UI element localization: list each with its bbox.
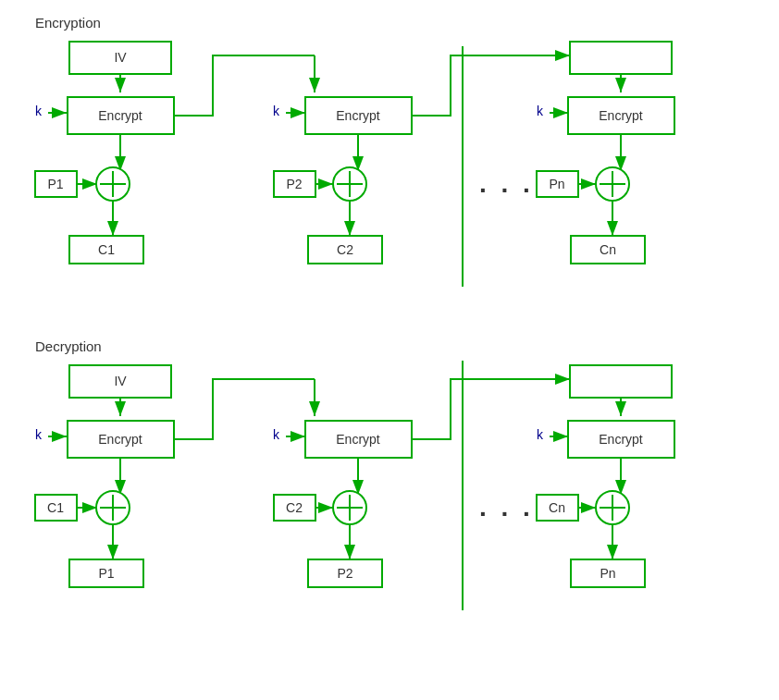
dots-dec: · · · (479, 499, 534, 528)
k-label-dec-n: k (537, 427, 544, 442)
iv-text-dec-1: IV (114, 374, 127, 388)
feedback-line-enc-2 (412, 55, 463, 116)
cn-text-enc: Cn (600, 242, 616, 257)
encrypt-text-dec-n: Encrypt (599, 432, 643, 447)
k-label-enc-1: k (35, 104, 43, 118)
k-label-dec-2: k (273, 427, 280, 442)
encrypt-text-dec-1: Encrypt (98, 432, 142, 447)
encrypt-text-1: Encrypt (98, 108, 142, 123)
p1-text-dec: P1 (98, 566, 114, 581)
k-label-enc-n: k (537, 104, 544, 118)
feedback-line-dec-1 (174, 379, 315, 439)
k-label-enc-2: k (273, 104, 280, 118)
p1-text-enc: P1 (47, 177, 63, 191)
encrypt-text-2: Encrypt (336, 108, 380, 123)
c2-text-enc: C2 (337, 242, 353, 257)
feedback-line-enc-1 (174, 55, 315, 116)
pn-text-dec: Pn (600, 566, 615, 581)
prev-out-box-enc (570, 42, 672, 74)
p2-text-dec: P2 (337, 566, 352, 581)
encrypt-text-n: Encrypt (599, 108, 643, 123)
feedback-line-dec-2 (412, 379, 463, 439)
encrypt-text-dec-2: Encrypt (336, 432, 380, 447)
c1-text-dec: C1 (47, 500, 64, 515)
dots-enc: · · · (479, 176, 534, 204)
cn-text-dec: Cn (549, 500, 565, 515)
pn-text-enc: Pn (549, 177, 564, 191)
p2-text-enc: P2 (286, 177, 302, 191)
prev-out-box-dec (570, 365, 672, 398)
c1-text-enc: C1 (98, 242, 115, 257)
iv-text-enc-1: IV (114, 50, 127, 65)
k-label-dec-1: k (35, 427, 43, 442)
decryption-label: Decryption (35, 338, 102, 354)
encryption-label: Encryption (35, 15, 101, 31)
c2-text-dec: C2 (286, 500, 303, 515)
diagram-svg: Encryption IV k Encrypt P1 C1 k Encrypt … (0, 0, 779, 700)
